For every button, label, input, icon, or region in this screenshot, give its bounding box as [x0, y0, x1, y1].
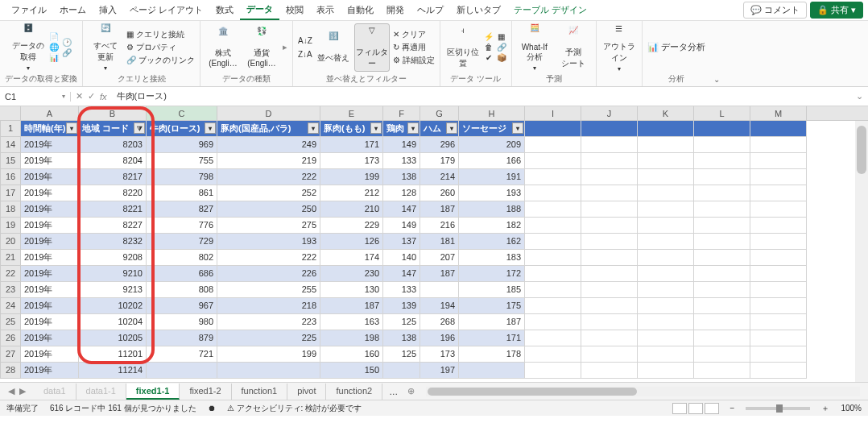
existing-conn-icon[interactable]: 🔗 [62, 48, 72, 57]
col-header-G[interactable]: G [420, 106, 459, 120]
cancel-icon[interactable]: ✕ [76, 91, 83, 102]
row-header[interactable]: 24 [0, 298, 21, 314]
row-header[interactable]: 21 [0, 250, 21, 266]
data-cell[interactable]: 174 [320, 250, 383, 266]
properties-button[interactable]: ⚙ プロパティ [126, 42, 195, 53]
reapply-button[interactable]: ↻ 再適用 [393, 42, 435, 53]
col-header-C[interactable]: C [147, 106, 217, 120]
data-cell[interactable]: 188 [459, 201, 525, 218]
menu-insert[interactable]: 挿入 [93, 1, 123, 19]
data-cell[interactable]: 191 [459, 169, 525, 185]
data-cell[interactable]: 218 [217, 298, 320, 314]
data-cell[interactable]: 250 [217, 201, 320, 218]
table-header-cell[interactable]: 豚肉(もも)▾ [320, 121, 383, 137]
empty-cell[interactable] [581, 266, 638, 282]
data-cell[interactable] [420, 282, 459, 298]
data-cell[interactable]: 172 [459, 266, 525, 282]
data-cell[interactable]: 199 [217, 346, 320, 363]
filter-dropdown-icon[interactable]: ▾ [308, 122, 319, 134]
table-header-cell[interactable]: 地域 コード⧩ [79, 121, 147, 137]
data-cell[interactable]: 2019年 [21, 298, 79, 314]
empty-cell[interactable] [525, 169, 581, 185]
data-cell[interactable]: 140 [383, 250, 420, 266]
empty-cell[interactable] [750, 201, 807, 218]
data-cell[interactable]: 10205 [79, 330, 147, 346]
empty-cell[interactable] [581, 282, 638, 298]
data-cell[interactable]: 268 [420, 314, 459, 330]
menu-help[interactable]: ヘルプ [411, 1, 450, 19]
empty-cell[interactable] [525, 363, 581, 379]
col-header-J[interactable]: J [581, 106, 638, 120]
empty-cell[interactable] [638, 153, 694, 169]
empty-cell[interactable] [581, 121, 638, 137]
empty-cell[interactable] [694, 121, 750, 137]
data-cell[interactable]: 187 [320, 298, 383, 314]
filter-dropdown-icon[interactable]: ▾ [512, 122, 523, 134]
data-cell[interactable]: 181 [420, 234, 459, 250]
data-cell[interactable]: 207 [420, 250, 459, 266]
data-cell[interactable]: 139 [383, 298, 420, 314]
filter-dropdown-icon[interactable]: ▾ [407, 122, 419, 134]
empty-cell[interactable] [525, 153, 581, 169]
row-header[interactable]: 22 [0, 266, 21, 282]
empty-cell[interactable] [694, 250, 750, 266]
advanced-filter-button[interactable]: ⚙ 詳細設定 [393, 55, 435, 66]
menu-automate[interactable]: 自動化 [341, 1, 380, 19]
data-cell[interactable]: 214 [420, 169, 459, 185]
empty-cell[interactable] [694, 266, 750, 282]
data-cell[interactable]: 2019年 [21, 201, 79, 218]
empty-cell[interactable] [638, 250, 694, 266]
flash-fill-icon[interactable]: ⚡ [484, 32, 494, 41]
row-header[interactable]: 17 [0, 185, 21, 201]
menu-formulas[interactable]: 数式 [209, 1, 240, 19]
empty-cell[interactable] [525, 266, 581, 282]
empty-cell[interactable] [638, 185, 694, 201]
data-cell[interactable]: 197 [420, 363, 459, 379]
menu-newtab[interactable]: 新しいタブ [450, 1, 507, 19]
whatif-button[interactable]: 🧮What-If 分析▾ [517, 23, 552, 72]
data-cell[interactable]: 160 [320, 346, 383, 363]
empty-cell[interactable] [525, 330, 581, 346]
data-cell[interactable]: 10204 [79, 314, 147, 330]
data-cell[interactable] [383, 363, 420, 379]
empty-cell[interactable] [638, 137, 694, 153]
data-cell[interactable]: 808 [147, 282, 217, 298]
empty-cell[interactable] [750, 330, 807, 346]
sort-asc-icon[interactable]: A↓Z [298, 36, 312, 45]
data-cell[interactable]: 194 [420, 298, 459, 314]
data-cell[interactable]: 2019年 [21, 218, 79, 234]
vertical-scrollbar[interactable] [855, 121, 868, 382]
data-cell[interactable]: 229 [320, 218, 383, 234]
name-box[interactable]: C1▾ [0, 92, 71, 102]
data-cell[interactable]: 185 [459, 282, 525, 298]
data-cell[interactable]: 967 [147, 298, 217, 314]
empty-cell[interactable] [581, 137, 638, 153]
data-cell[interactable]: 2019年 [21, 250, 79, 266]
sheet-more-button[interactable]: … [382, 387, 404, 396]
data-cell[interactable]: 980 [147, 314, 217, 330]
empty-cell[interactable] [638, 346, 694, 363]
data-cell[interactable]: 2019年 [21, 314, 79, 330]
row-header[interactable]: 23 [0, 282, 21, 298]
empty-cell[interactable] [694, 218, 750, 234]
data-cell[interactable]: 226 [217, 266, 320, 282]
view-pagelayout-button[interactable] [688, 403, 703, 414]
data-cell[interactable]: 729 [147, 234, 217, 250]
zoom-in-button[interactable]: ＋ [821, 403, 829, 414]
data-cell[interactable]: 138 [383, 330, 420, 346]
menu-file[interactable]: ファイル [5, 1, 53, 19]
data-cell[interactable]: 163 [320, 314, 383, 330]
empty-cell[interactable] [750, 137, 807, 153]
data-cell[interactable]: 861 [147, 185, 217, 201]
empty-cell[interactable] [581, 153, 638, 169]
empty-cell[interactable] [638, 234, 694, 250]
empty-cell[interactable] [581, 185, 638, 201]
text-to-columns-button[interactable]: ⫞区切り位置 [445, 23, 481, 72]
remove-dup-icon[interactable]: 🗑 [484, 43, 494, 52]
data-cell[interactable]: 193 [459, 185, 525, 201]
data-cell[interactable]: 755 [147, 153, 217, 169]
data-cell[interactable]: 2019年 [21, 185, 79, 201]
row-header[interactable]: 14 [0, 137, 21, 153]
table-header-cell[interactable]: 牛肉(ロース)▾ [147, 121, 217, 137]
data-cell[interactable]: 182 [459, 218, 525, 234]
